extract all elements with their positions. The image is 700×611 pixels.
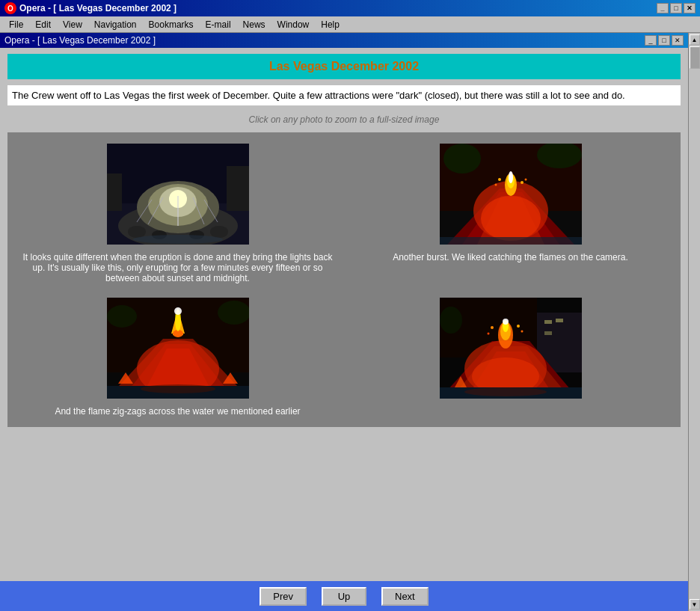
- svg-rect-57: [544, 331, 552, 335]
- photo-4-caption: [508, 405, 514, 408]
- inner-minimize-button[interactable]: _: [645, 35, 657, 46]
- photo-cell-3: And the flame zig-zags across the water …: [13, 292, 342, 421]
- menu-news[interactable]: News: [237, 18, 271, 31]
- inner-close-button[interactable]: ✕: [672, 35, 684, 46]
- svg-point-71: [487, 332, 489, 334]
- scroll-thumb[interactable]: [690, 46, 700, 69]
- menu-email[interactable]: E-mail: [200, 18, 237, 31]
- svg-point-30: [509, 171, 513, 183]
- subtitle-text: Click on any photo to zoom to a full-siz…: [249, 114, 440, 125]
- svg-point-21: [443, 144, 481, 174]
- scrollbar[interactable]: ▲ ▼: [688, 33, 700, 611]
- photo-3-caption: And the flame zig-zags across the water …: [52, 405, 303, 418]
- menu-view[interactable]: View: [57, 18, 88, 31]
- photo-1[interactable]: [107, 141, 249, 246]
- up-button[interactable]: Up: [322, 587, 366, 606]
- photo-cell-2: Another burst. We liked catching the fla…: [346, 138, 675, 288]
- svg-rect-3: [227, 166, 249, 211]
- prev-button[interactable]: Prev: [260, 587, 307, 606]
- svg-point-32: [521, 181, 524, 184]
- nav-bar: Prev Up Next: [0, 581, 688, 611]
- svg-rect-35: [440, 237, 582, 245]
- svg-point-27: [481, 196, 541, 241]
- menu-navigation[interactable]: Navigation: [88, 18, 143, 31]
- scroll-track: [690, 45, 700, 599]
- photo-2[interactable]: [440, 141, 582, 246]
- svg-point-48: [174, 307, 182, 315]
- photo-1-caption: It looks quite different when the erupti…: [16, 251, 339, 285]
- svg-point-18: [133, 235, 223, 244]
- scroll-down-button[interactable]: ▼: [690, 599, 700, 610]
- photo-grid: It looks quite different when the erupti…: [7, 132, 681, 427]
- photo-2-caption: Another burst. We liked catching the fla…: [390, 251, 631, 264]
- next-button[interactable]: Next: [381, 587, 429, 606]
- menu-bookmarks[interactable]: Bookmarks: [143, 18, 200, 31]
- svg-point-38: [107, 305, 137, 328]
- photo-cell-1: It looks quite different when the erupti…: [13, 138, 342, 288]
- svg-point-59: [440, 307, 462, 334]
- svg-point-39: [218, 301, 249, 325]
- svg-point-68: [503, 319, 509, 325]
- svg-rect-56: [556, 319, 563, 322]
- maximize-button[interactable]: □: [670, 3, 682, 13]
- content-area: Las Vegas December 2002 The Crew went of…: [0, 48, 688, 611]
- photo-instructions: Click on any photo to zoom to a full-siz…: [7, 114, 681, 125]
- svg-point-69: [491, 326, 494, 329]
- svg-point-17: [210, 226, 228, 238]
- window-title: Opera - [ Las Vegas December 2002 ]: [19, 3, 176, 13]
- menu-edit[interactable]: Edit: [29, 18, 57, 31]
- inner-maximize-button[interactable]: □: [658, 35, 670, 46]
- svg-point-33: [494, 183, 497, 185]
- page-header: Las Vegas December 2002: [7, 54, 681, 79]
- page-title: Las Vegas December 2002: [269, 60, 419, 73]
- description-text: The Crew went off to Las Vegas the first…: [12, 90, 625, 101]
- opera-icon: O: [4, 2, 16, 14]
- svg-point-72: [521, 330, 523, 332]
- minimize-button[interactable]: _: [657, 3, 669, 13]
- svg-point-52: [141, 384, 215, 393]
- close-button[interactable]: ✕: [684, 3, 696, 13]
- title-bar-left: O Opera - [ Las Vegas December 2002 ]: [4, 2, 176, 14]
- svg-point-34: [524, 178, 526, 180]
- inner-window-title: Opera - [ Las Vegas December 2002 ]: [4, 35, 156, 46]
- photo-3[interactable]: [107, 295, 249, 400]
- svg-point-70: [517, 325, 520, 328]
- menu-file[interactable]: File: [3, 18, 29, 31]
- title-bar-buttons[interactable]: _ □ ✕: [657, 3, 696, 13]
- svg-point-31: [498, 178, 501, 181]
- title-bar: O Opera - [ Las Vegas December 2002 ] _ …: [0, 0, 700, 16]
- photo-cell-4: [346, 292, 675, 421]
- menu-bar: File Edit View Navigation Bookmarks E-ma…: [0, 16, 700, 33]
- svg-rect-55: [544, 320, 552, 324]
- scroll-up-button[interactable]: ▲: [690, 34, 700, 45]
- svg-point-75: [464, 387, 547, 396]
- photo-4[interactable]: [440, 295, 582, 400]
- svg-rect-2: [107, 174, 122, 211]
- menu-help[interactable]: Help: [315, 18, 346, 31]
- inner-title-bar-buttons[interactable]: _ □ ✕: [645, 35, 684, 46]
- page-description: The Crew went off to Las Vegas the first…: [7, 85, 681, 105]
- inner-title-bar: Opera - [ Las Vegas December 2002 ] _ □ …: [0, 33, 688, 48]
- svg-point-14: [128, 226, 146, 238]
- menu-window[interactable]: Window: [271, 18, 316, 31]
